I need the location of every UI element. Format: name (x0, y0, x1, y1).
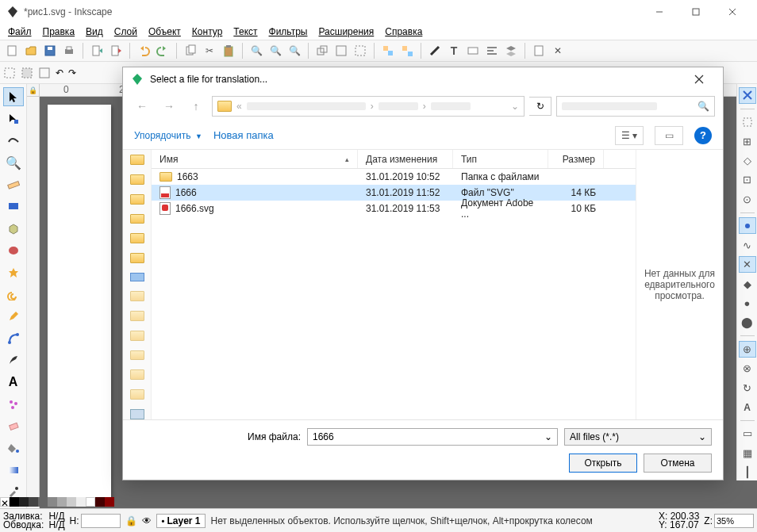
zoom-fit-icon[interactable]: 🔍 (286, 42, 303, 59)
folder-icon[interactable] (130, 214, 144, 224)
filter-select[interactable]: All files (*.*) ⌄ (564, 428, 712, 446)
lock-icon[interactable]: 🔒 (125, 515, 137, 526)
ungroup-icon[interactable] (398, 42, 416, 59)
export-icon[interactable] (107, 42, 125, 59)
menu-edit[interactable]: Правка (38, 25, 80, 39)
folder-icon[interactable] (130, 194, 144, 205)
spray-tool-icon[interactable] (3, 395, 24, 414)
address-bar[interactable]: « › › ⌄ (212, 96, 525, 117)
xml-icon[interactable] (464, 42, 482, 59)
minimize-button[interactable] (641, 0, 678, 24)
folder-icon[interactable] (130, 331, 144, 341)
swatch[interactable] (29, 497, 38, 507)
rotate-cw-icon[interactable]: ↷ (68, 67, 76, 78)
swatch[interactable] (67, 497, 76, 507)
chevron-down-icon[interactable]: ⌄ (511, 101, 519, 112)
tweak-tool-icon[interactable] (3, 132, 24, 151)
group-icon[interactable] (379, 42, 397, 59)
spiral-tool-icon[interactable] (3, 285, 24, 304)
file-row[interactable]: 1666 31.01.2019 11:52 Файл "SVG" 14 КБ (152, 185, 636, 201)
swatch[interactable] (38, 497, 48, 507)
zoom-tool-icon[interactable]: 🔍 (3, 153, 24, 172)
file-row[interactable]: 1666.svg 31.01.2019 11:53 Документ Adobe… (152, 201, 636, 216)
menu-layer[interactable]: Слой (110, 25, 142, 39)
measure-tool-icon[interactable] (3, 175, 24, 194)
snap-center-icon[interactable]: ⊗ (739, 361, 756, 377)
refresh-button[interactable]: ↻ (529, 97, 551, 116)
dialog-close-button[interactable] (683, 68, 715, 90)
undo-icon[interactable] (135, 42, 152, 59)
box3d-tool-icon[interactable] (3, 219, 24, 238)
snap-text-icon[interactable]: A (739, 399, 756, 415)
folder-icon[interactable] (130, 389, 144, 400)
menu-extensions[interactable]: Расширения (313, 25, 378, 39)
menu-object[interactable]: Объект (144, 25, 186, 39)
drive-icon[interactable] (130, 409, 144, 419)
zoom-out-icon[interactable]: 🔍 (267, 42, 284, 59)
swatch[interactable] (57, 497, 67, 507)
bezier-tool-icon[interactable] (3, 329, 24, 348)
star-tool-icon[interactable] (3, 263, 24, 282)
cut-icon[interactable]: ✂ (201, 42, 218, 59)
menu-view[interactable]: Вид (81, 25, 108, 39)
swatch[interactable] (105, 497, 114, 507)
folder-icon[interactable] (130, 253, 144, 263)
text-tool-icon[interactable]: A (3, 373, 24, 392)
search-input[interactable]: 🔍 (556, 96, 715, 117)
snap-intersection-icon[interactable]: ✕ (739, 256, 756, 273)
swatch-none[interactable]: ✕ (0, 497, 10, 507)
file-row[interactable]: 1663 31.01.2019 10:52 Папка с файлами (152, 169, 636, 185)
folder-icon[interactable] (130, 174, 144, 185)
clone-icon[interactable] (332, 42, 350, 59)
filename-input[interactable]: 1666 ⌄ (307, 428, 558, 446)
column-headers[interactable]: Имя▴ Дата изменения Тип Размер (152, 150, 636, 169)
open-button[interactable]: Открыть (569, 454, 637, 473)
unlink-clone-icon[interactable] (352, 42, 369, 59)
snap-bbox-center-icon[interactable]: ⊙ (739, 191, 756, 207)
duplicate-icon[interactable] (313, 42, 331, 59)
gradient-tool-icon[interactable] (3, 461, 24, 480)
snap-bbox-midpoint-icon[interactable]: ⊡ (739, 172, 756, 188)
swatch[interactable] (10, 497, 19, 507)
preview-pane-button[interactable]: ▭ (655, 126, 683, 145)
ellipse-tool-icon[interactable] (3, 241, 24, 260)
menu-help[interactable]: Справка (380, 25, 427, 39)
folder-icon[interactable] (130, 155, 144, 165)
menu-path[interactable]: Контур (187, 25, 227, 39)
help-button[interactable]: ? (694, 127, 712, 144)
open-icon[interactable] (22, 42, 40, 59)
rect-tool-icon[interactable] (3, 197, 24, 216)
menu-text[interactable]: Текст (229, 25, 262, 39)
color-palette[interactable]: ✕ (0, 496, 757, 508)
deselect-icon[interactable] (38, 67, 51, 79)
nav-up-button[interactable]: ↑ (185, 95, 207, 117)
snap-other-icon[interactable]: ⊕ (739, 341, 756, 358)
doc-props-icon[interactable] (530, 42, 548, 59)
import-icon[interactable] (88, 42, 106, 59)
menu-filters[interactable]: Фильтры (264, 25, 313, 39)
paste-icon[interactable] (220, 42, 237, 59)
snap-midpoint-icon[interactable]: ⬤ (739, 315, 756, 331)
swatch[interactable] (76, 497, 86, 507)
fill-stroke-icon[interactable] (426, 42, 444, 59)
snap-enable-icon[interactable] (739, 87, 756, 104)
copy-icon[interactable] (182, 42, 199, 59)
computer-icon[interactable] (130, 273, 144, 281)
snap-node-icon[interactable] (739, 217, 756, 234)
zoom-input[interactable] (714, 514, 754, 528)
snap-grid-icon[interactable]: ▦ (739, 445, 756, 461)
chevron-down-icon[interactable]: ⌄ (544, 431, 552, 442)
view-mode-button[interactable]: ☰ ▾ (615, 126, 644, 145)
snap-bbox-corner-icon[interactable]: ◇ (739, 152, 756, 168)
swatch[interactable] (95, 497, 105, 507)
folder-icon[interactable] (130, 311, 144, 321)
ruler-lock-icon[interactable]: 🔒 (27, 84, 40, 97)
rotate-ccw-icon[interactable]: ↶ (56, 67, 63, 78)
select-layer-icon[interactable] (21, 67, 33, 79)
folder-icon[interactable] (130, 291, 144, 301)
layer-selector[interactable]: • Layer 1 (156, 514, 206, 528)
redo-icon[interactable] (154, 42, 171, 59)
folder-icon[interactable] (130, 369, 144, 380)
selector-tool-icon[interactable] (3, 87, 24, 106)
new-doc-icon[interactable] (3, 42, 21, 59)
